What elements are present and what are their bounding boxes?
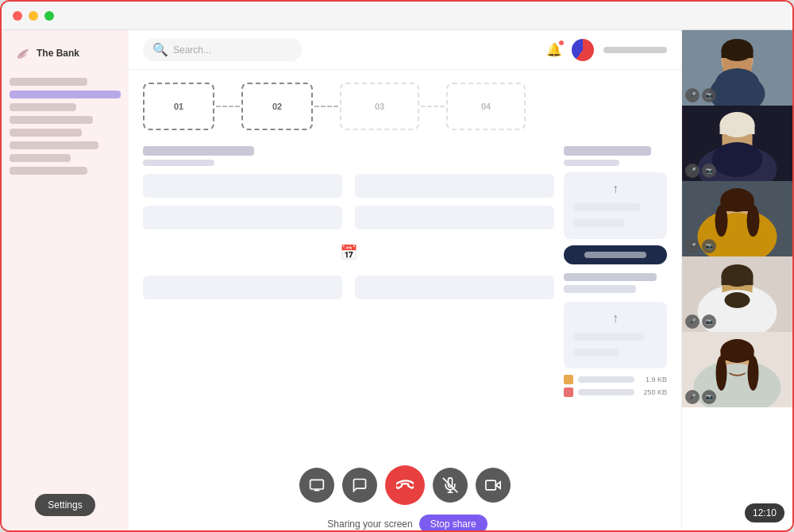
screen-share-button[interactable] [299,468,334,503]
step-connector-3 [421,106,445,107]
upload-box-2[interactable]: ↑ [564,302,667,368]
svg-rect-14 [722,50,754,58]
close-dot[interactable] [13,11,22,21]
file-size-2: 250 KB [639,388,667,396]
toolbar-buttons [299,465,511,505]
file-bar-2 [578,389,634,395]
step-04-empty[interactable]: 04 [446,83,526,130]
titlebar [2,2,792,30]
svg-point-46 [716,356,727,391]
svg-rect-0 [310,480,324,489]
file-row-2: 250 KB [564,387,667,397]
svg-point-19 [712,142,763,177]
upload-label-2 [573,219,624,227]
participant-2-badge-cam: 📷 [702,164,716,178]
participant-card-2: 🎤 📷 [682,106,792,181]
svg-point-12 [715,68,760,100]
participant-card-3: 🎤 📷 [682,181,792,256]
form-field-6[interactable] [355,276,554,299]
end-call-icon [396,476,414,494]
search-icon: 🔍 [152,42,168,57]
upload-labels-2 [573,330,657,359]
file-row-1: 1.9 KB [564,375,667,384]
user-name-bar [603,47,667,53]
action-button-label [584,252,646,258]
sharing-text: Sharing your screen [327,519,412,530]
participant-4-overlay: 🎤 📷 [685,314,716,329]
sharing-bar: Sharing your screen Stop share [316,511,493,531]
status-line-1 [564,273,657,281]
svg-marker-5 [495,481,500,488]
participant-4-badge-mic: 🎤 [685,314,700,329]
participants-panel: 🎤 📷 🎤 📷 [681,30,792,530]
end-call-button[interactable] [385,465,425,505]
notification-icon[interactable]: 🔔 [546,42,562,57]
scroll-area: 01 02 03 04 [129,70,681,530]
participant-2-badge-mic: 🎤 [685,164,700,178]
settings-button[interactable]: Settings [35,494,94,516]
sidebar-item-1[interactable] [10,78,87,86]
sidebar-item-6[interactable] [10,141,98,149]
sidebar-item-5[interactable] [10,129,82,137]
steps-row: 01 02 03 04 [143,83,667,130]
search-box[interactable]: 🔍 Search... [143,38,302,61]
sidebar-item-4[interactable] [10,116,93,124]
screen-share-icon [309,477,325,493]
mute-button[interactable] [433,468,468,503]
upload-label-1 [573,203,641,211]
camera-button[interactable] [476,468,511,503]
participant-1-overlay: 🎤 📷 [685,88,716,102]
app-body: The Bank Settings 🔍 Search... [2,30,792,530]
file-size-1: 1.9 KB [639,376,667,384]
sidebar-item-2[interactable] [10,91,121,98]
stop-share-button[interactable]: Stop share [419,515,488,531]
participant-5-badge-mic: 🎤 [685,390,700,404]
chat-icon [352,477,368,493]
action-button[interactable] [564,245,667,264]
header-icons: 🔔 [546,39,667,61]
time-badge: 12:10 [745,503,784,522]
sidebar-item-8[interactable] [10,167,87,175]
upload-labels [573,201,657,229]
participant-5-badge-cam: 📷 [702,390,716,404]
participant-3-badge-mic: 🎤 [685,239,700,253]
upload-label-3 [573,333,645,341]
status-lines [564,271,667,295]
notification-badge [559,40,564,45]
sidebar-item-3[interactable] [10,103,76,111]
form-row-3 [143,276,554,299]
participant-card-5: 🎤 📷 [682,332,792,407]
form-field-3[interactable] [143,206,342,229]
calendar-icon[interactable]: 📅 [340,244,357,261]
form-field-1[interactable] [143,174,342,198]
svg-rect-38 [722,276,754,285]
sidebar-nav [10,78,121,175]
participant-1-badge-mic: 🎤 [685,88,700,102]
sidebar-item-7[interactable] [10,154,71,162]
step-02[interactable]: 02 [241,83,313,130]
form-field-4[interactable] [355,206,554,229]
participant-3-badge-cam: 📷 [702,239,716,253]
form-field-5[interactable] [143,276,342,299]
form-row-2 [143,206,554,229]
step-01[interactable]: 01 [143,83,214,130]
minimize-dot[interactable] [29,11,38,21]
right-column: ↑ [564,146,667,397]
upload-box[interactable]: ↑ [564,172,667,239]
step-03-empty[interactable]: 03 [340,83,419,130]
logo-text: The Bank [37,48,79,59]
participant-3-overlay: 🎤 📷 [685,239,716,253]
participant-1-badge-cam: 📷 [702,88,716,102]
svg-point-30 [747,205,760,237]
calendar-area: 📅 [143,237,554,268]
svg-point-36 [725,292,750,308]
svg-point-29 [715,205,728,237]
upload-label-4 [573,349,619,357]
chat-button[interactable] [342,468,377,503]
main-content: 🔍 Search... 🔔 01 [129,30,681,530]
user-avatar[interactable] [572,39,594,61]
form-field-2[interactable] [355,174,554,198]
section-header-2 [564,146,667,166]
logo-icon [14,44,32,62]
maximize-dot[interactable] [44,11,54,21]
